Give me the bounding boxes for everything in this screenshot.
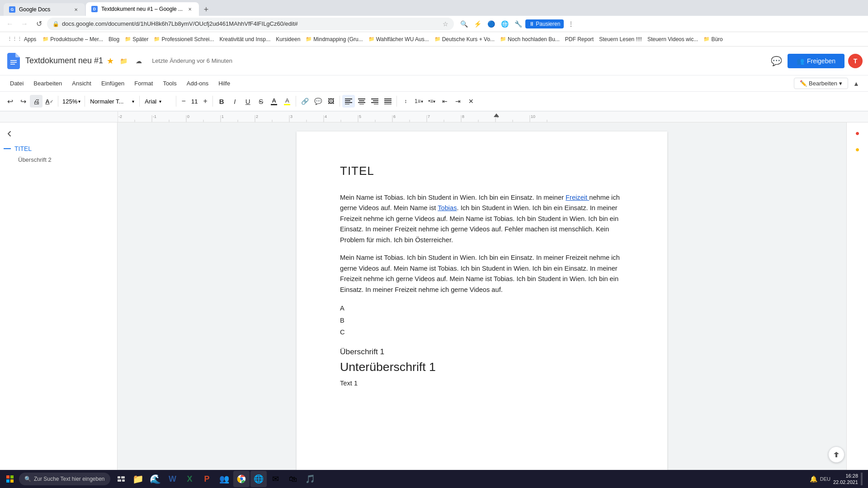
font-size-increase[interactable]: + xyxy=(200,96,210,106)
text-style-select[interactable]: Normaler T... ▾ xyxy=(87,97,137,106)
bookmark-hochladen[interactable]: 📁 Noch hochladen Bu... xyxy=(497,34,562,44)
bookmark-kursideen[interactable]: Kursideen xyxy=(273,34,303,44)
toc-sub-ueberschrift2[interactable]: Überschrift 2 xyxy=(2,155,115,165)
taskbar-store[interactable]: 🛍 xyxy=(285,471,301,487)
font-size-decrease[interactable]: − xyxy=(179,96,189,106)
bookmark-mindmapping[interactable]: 📁 Mindmapping (Gru... xyxy=(303,34,365,44)
tab-close-google[interactable]: ✕ xyxy=(72,6,80,13)
bookmark-professionell[interactable]: 📁 Professionell Schrei... xyxy=(151,34,217,44)
extension-icon-3[interactable]: 🌐 xyxy=(498,18,511,30)
underline-button[interactable]: U xyxy=(241,95,254,108)
taskbar-powerpoint[interactable]: P xyxy=(199,471,215,487)
taskbar-spotify[interactable]: 🎵 xyxy=(302,471,318,487)
font-family-select[interactable]: Arial ▾ xyxy=(142,97,174,106)
insert-link-button[interactable]: 🔗 xyxy=(298,95,311,108)
extension-icon-1[interactable]: ⚡ xyxy=(471,18,484,30)
floating-nav-button[interactable] xyxy=(828,446,844,463)
menu-addons[interactable]: Add-ons xyxy=(182,78,213,89)
extension-icon-2[interactable]: 🔵 xyxy=(485,18,497,30)
tab-close-docs[interactable]: ✕ xyxy=(186,5,193,13)
bookmark-produktsuche[interactable]: 📁 Produktsuche – Mer... xyxy=(40,34,106,44)
align-right-button[interactable] xyxy=(368,95,381,108)
taskbar-file-explorer[interactable]: 📁 xyxy=(130,471,146,487)
menu-ansicht[interactable]: Ansicht xyxy=(67,78,96,89)
toc-heading-titel[interactable]: TITEL xyxy=(0,143,117,154)
bullet-list-button[interactable]: •≡ ▾ xyxy=(425,95,438,108)
insert-comment-button[interactable]: 💬 xyxy=(311,95,324,108)
tab-active[interactable]: D Textdokument neu #1 – Google ... ✕ xyxy=(86,2,199,16)
taskbar-teams[interactable]: 👥 xyxy=(216,471,232,487)
tobias-link[interactable]: Tobias xyxy=(438,204,457,211)
bold-button[interactable]: B xyxy=(215,95,228,108)
star-icon[interactable]: ★ xyxy=(107,56,114,66)
document-title[interactable]: Textdokument neu #1 xyxy=(25,56,103,66)
menu-bearbeiten[interactable]: Bearbeiten xyxy=(29,78,66,89)
numbered-list-button[interactable]: 1≡ ▾ xyxy=(412,95,425,108)
line-spacing-button[interactable]: ↕ xyxy=(399,95,412,108)
user-avatar[interactable]: T xyxy=(848,54,863,68)
menu-tools[interactable]: Tools xyxy=(158,78,181,89)
strikethrough-button[interactable]: S xyxy=(255,95,267,108)
taskbar-edge[interactable]: 🌊 xyxy=(147,471,164,487)
menu-format[interactable]: Format xyxy=(130,78,157,89)
taskbar-show-desktop[interactable] xyxy=(861,473,863,485)
last-saved[interactable]: Letzte Änderung vor 6 Minuten xyxy=(152,57,232,64)
menu-datei[interactable]: Datei xyxy=(5,78,28,89)
bookmark-kreativitaet[interactable]: Kreativität und Insp... xyxy=(217,34,274,44)
share-button[interactable]: 👥 Freigeben xyxy=(788,54,844,68)
right-panel-comment-btn[interactable]: ● xyxy=(850,126,865,141)
freizeit-link[interactable]: Freizeit xyxy=(566,194,589,201)
bookmark-blog[interactable]: Blog xyxy=(106,34,122,44)
edit-mode-button[interactable]: ✏️ Bearbeiten ▾ xyxy=(794,78,848,89)
align-left-button[interactable] xyxy=(342,95,355,108)
expand-view-button[interactable]: ▲ xyxy=(850,77,863,90)
text-color-button[interactable]: A xyxy=(268,95,280,108)
bookmark-wahlfaecher[interactable]: 📁 Wahlfächer WU Aus... xyxy=(366,34,432,44)
bookmark-spaeter[interactable]: 📁 Später xyxy=(122,34,151,44)
extension-icon-4[interactable]: 🔧 xyxy=(512,18,524,30)
sidebar-back-button[interactable] xyxy=(0,128,117,140)
comment-icon-btn[interactable]: 💬 xyxy=(769,54,784,68)
reload-button[interactable]: ↺ xyxy=(33,18,45,30)
search-btn[interactable]: 🔍 xyxy=(458,18,470,30)
bookmark-deutsche-kurs[interactable]: 📁 Deutsche Kurs + Vo... xyxy=(432,34,497,44)
cloud-save-icon[interactable]: ☁ xyxy=(133,55,145,67)
tab-inactive[interactable]: G Google Docs ✕ xyxy=(4,3,85,16)
taskbar-edge2[interactable]: 🌐 xyxy=(250,471,267,487)
italic-button[interactable]: I xyxy=(228,95,241,108)
taskbar-chrome[interactable] xyxy=(233,471,250,487)
back-button[interactable]: ← xyxy=(4,18,16,30)
taskbar-task-view[interactable] xyxy=(113,471,129,487)
redo-button[interactable]: ↪ xyxy=(17,95,29,108)
insert-image-button[interactable]: 🖼 xyxy=(325,95,337,108)
document-page[interactable]: TITEL Mein Name ist Tobias. Ich bin Stud… xyxy=(297,131,667,484)
decrease-indent-button[interactable]: ⇤ xyxy=(439,95,451,108)
bookmark-apps[interactable]: ⋮⋮⋮ Apps xyxy=(4,34,40,44)
align-center-button[interactable] xyxy=(355,95,368,108)
forward-button[interactable]: → xyxy=(18,18,31,30)
taskbar-notifications-icon[interactable]: 🔔 xyxy=(810,475,817,483)
clear-formatting-button[interactable]: ✕ xyxy=(465,95,477,108)
bookmark-star[interactable]: ☆ xyxy=(443,20,448,28)
location-icon[interactable]: 📁 xyxy=(118,55,129,67)
taskbar-search-box[interactable]: 🔍 Zur Suche Text hier eingeben xyxy=(19,473,110,485)
start-button[interactable] xyxy=(2,471,18,487)
taskbar-mail[interactable]: ✉ xyxy=(268,471,284,487)
taskbar-excel[interactable]: X xyxy=(182,471,198,487)
font-size-value[interactable]: 11 xyxy=(189,97,200,106)
zoom-control[interactable]: 125% ▾ xyxy=(61,97,82,106)
bookmark-steuern-videos[interactable]: Steuern Videos wic... xyxy=(645,34,701,44)
taskbar-word[interactable]: W xyxy=(165,471,181,487)
pause-button[interactable]: ⏸ Pausieren xyxy=(525,19,564,28)
bookmark-buero[interactable]: 📁 Büro xyxy=(701,34,725,44)
more-options-btn[interactable]: ⋮ xyxy=(565,18,577,30)
highlight-color-button[interactable]: A xyxy=(281,95,293,108)
bookmark-steuern-lesen[interactable]: Steuern Lesen !!!! xyxy=(596,34,645,44)
align-justify-button[interactable] xyxy=(382,95,394,108)
menu-einfuegen[interactable]: Einfügen xyxy=(97,78,129,89)
print-button[interactable]: 🖨 xyxy=(30,95,42,108)
bookmark-pdf-report[interactable]: PDF Report xyxy=(562,34,596,44)
increase-indent-button[interactable]: ⇥ xyxy=(452,95,464,108)
undo-button[interactable]: ↩ xyxy=(4,95,16,108)
new-tab-button[interactable]: + xyxy=(201,4,212,15)
